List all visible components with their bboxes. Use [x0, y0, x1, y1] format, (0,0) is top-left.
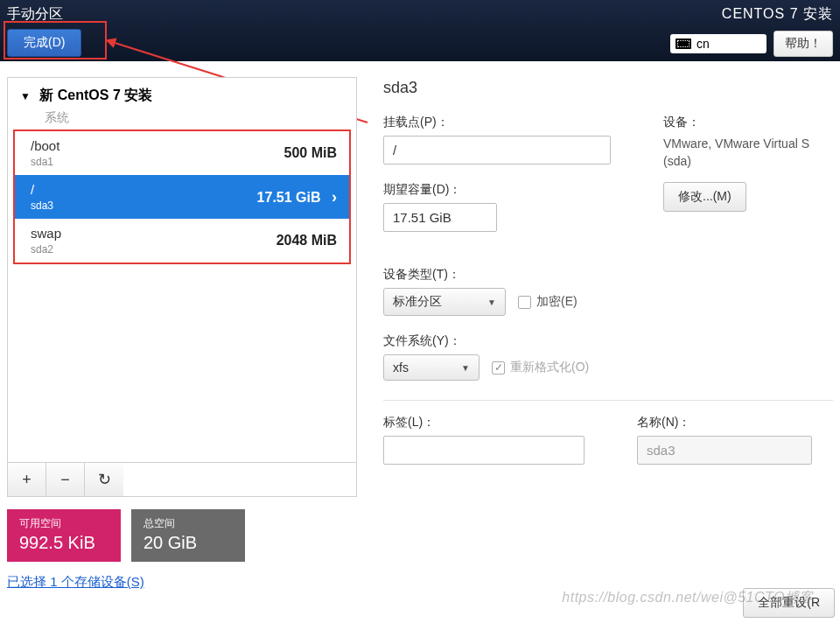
name-field-label: 名称(N)：: [637, 415, 833, 430]
partition-item-root[interactable]: / sda3 17.51 GiB ›: [15, 175, 349, 219]
storage-devices-link[interactable]: 已选择 1 个存储设备(S): [7, 574, 144, 591]
total-space-label: 总空间: [144, 516, 233, 531]
tag-field-label: 标签(L)：: [383, 415, 584, 430]
mount-point-label: /: [31, 182, 34, 197]
size-label: 500 MiB: [284, 145, 337, 161]
name-input: [637, 436, 812, 465]
divider: [383, 400, 833, 401]
filesystem-field-label: 文件系统(Y)：: [383, 333, 611, 349]
free-space-card: 可用空间 992.5 KiB: [7, 509, 121, 562]
partition-left-panel: ▼ 新 CentOS 7 安装 系统 /boot sda1 500 MiB / …: [7, 77, 357, 591]
reload-button[interactable]: ↻: [85, 463, 123, 496]
encrypt-checkbox-row[interactable]: 加密(E): [518, 294, 578, 310]
keyboard-icon: [676, 38, 691, 49]
reset-all-button[interactable]: 全部重设(R: [743, 588, 835, 618]
chevron-right-icon: ›: [332, 188, 337, 206]
detail-title: sda3: [383, 79, 833, 97]
partition-list: ▼ 新 CentOS 7 安装 系统 /boot sda1 500 MiB / …: [7, 77, 357, 497]
device-label: sda3: [31, 200, 53, 212]
encrypt-label: 加密(E): [536, 294, 578, 310]
filesystem-value: xfs: [393, 360, 409, 374]
chevron-down-icon: ▼: [461, 363, 470, 373]
section-system-label: 系统: [8, 107, 356, 131]
page-title: 手动分区: [7, 5, 81, 24]
mount-point-label: /boot: [31, 138, 60, 153]
done-button[interactable]: 完成(D): [7, 29, 81, 57]
device-label: sda1: [31, 156, 60, 168]
reformat-checkbox-row: 重新格式化(O): [492, 360, 589, 375]
encrypt-checkbox[interactable]: [518, 296, 531, 309]
reformat-label: 重新格式化(O): [510, 360, 589, 375]
remove-partition-button[interactable]: −: [46, 463, 85, 496]
header-bar: 手动分区 完成(D) CENTOS 7 安装 cn 帮助！: [0, 0, 840, 61]
install-title: CENTOS 7 安装: [670, 5, 833, 24]
partition-detail-panel: sda3 挂载点(P)： 期望容量(D)： 设备类型(T)： 标准分区 ▼: [383, 77, 833, 591]
device-type-value: 标准分区: [393, 294, 442, 310]
total-space-card: 总空间 20 GiB: [131, 509, 245, 562]
help-button[interactable]: 帮助！: [774, 31, 833, 57]
device-field-label: 设备：: [663, 115, 833, 130]
size-label: 17.51 GiB: [257, 190, 321, 205]
partition-item-boot[interactable]: /boot sda1 500 MiB: [15, 131, 349, 175]
free-space-label: 可用空间: [19, 516, 108, 531]
tag-input[interactable]: [383, 436, 584, 465]
modify-device-button[interactable]: 修改...(M): [663, 182, 746, 212]
caret-down-icon: ▼: [20, 90, 31, 102]
reformat-checkbox: [492, 361, 505, 374]
mount-point-input[interactable]: [383, 136, 611, 164]
new-install-header[interactable]: ▼ 新 CentOS 7 安装: [8, 78, 356, 107]
chevron-down-icon: ▼: [487, 298, 496, 307]
device-type-select[interactable]: 标准分区 ▼: [383, 288, 506, 316]
total-space-value: 20 GiB: [144, 533, 233, 553]
add-partition-button[interactable]: +: [8, 463, 46, 496]
device-type-field-label: 设备类型(T)：: [383, 267, 611, 283]
keyboard-layout-code: cn: [696, 37, 710, 51]
device-value: VMware, VMware Virtual S (sda): [663, 136, 833, 170]
capacity-field-label: 期望容量(D)：: [383, 182, 611, 198]
device-label: sda2: [31, 243, 61, 256]
free-space-value: 992.5 KiB: [19, 533, 108, 553]
size-label: 2048 MiB: [276, 233, 337, 248]
partition-item-swap[interactable]: swap sda2 2048 MiB: [15, 219, 349, 262]
mount-point-field-label: 挂载点(P)：: [383, 115, 611, 130]
keyboard-layout-selector[interactable]: cn: [670, 34, 766, 53]
capacity-input[interactable]: [383, 203, 497, 232]
partition-list-footer: + − ↻: [8, 462, 356, 496]
new-install-label: 新 CentOS 7 安装: [39, 88, 152, 102]
filesystem-select[interactable]: xfs ▼: [383, 354, 480, 381]
mount-point-label: swap: [31, 226, 61, 241]
